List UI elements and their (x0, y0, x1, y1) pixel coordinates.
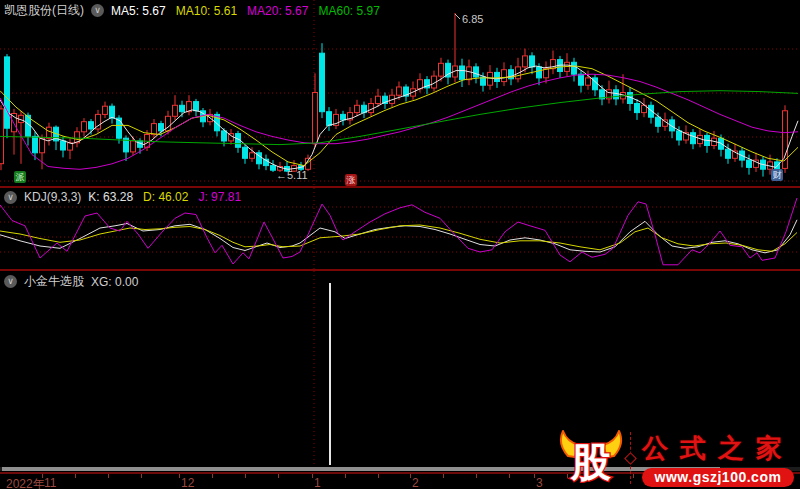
axis-tick (509, 474, 510, 478)
indicator-value-label: K: 63.28 (88, 190, 133, 204)
brand-name: 公式之家 (642, 431, 794, 466)
gszj-logo: 股 公式之家 www.gszj100.com (556, 427, 800, 489)
axis-tick (42, 474, 43, 478)
kdj-line-K (0, 220, 797, 253)
ma-line-MA10 (0, 66, 798, 166)
axis-tick (312, 474, 313, 478)
axis-tick (378, 474, 379, 478)
tdx-stock-app-window: 6.85←5.11 凯恩股份(日线) ∨ MA5: 5.67MA10: 5.61… (0, 0, 800, 489)
indicator-value-label: MA10: 5.61 (176, 4, 237, 18)
panel-separator (0, 269, 800, 271)
bull-stock-character: 股 (570, 440, 611, 485)
date-label: 12 (181, 476, 194, 489)
low-price-label: ←5.11 (276, 169, 308, 181)
date-label: 2 (412, 476, 419, 489)
signal-panel-header: ∨ 小金牛选股 XG: 0.00 (4, 273, 138, 290)
axis-tick (179, 474, 180, 478)
stock-title: 凯恩股份(日线) (4, 2, 84, 19)
panel-separator (0, 186, 800, 188)
main-chart-header: 凯恩股份(日线) ∨ MA5: 5.67MA10: 5.61MA20: 5.67… (4, 2, 390, 19)
axis-tick (108, 474, 109, 478)
kdj-title: KDJ(9,3,3) (24, 190, 81, 204)
indicator-value-label: D: 46.02 (143, 190, 188, 204)
bull-icon: 股 (556, 428, 628, 489)
date-label: 2022年 (6, 476, 45, 489)
axis-tick (245, 474, 246, 478)
indicator-collapse-icon[interactable]: ∨ (4, 191, 17, 204)
date-label: 3 (536, 476, 543, 489)
info-mine-badge[interactable]: 财 (771, 169, 783, 181)
axis-tick (345, 474, 346, 478)
kdj-value-labels: K: 63.28D: 46.02J: 97.81 (88, 190, 251, 204)
signal-value: XG: 0.00 (91, 275, 138, 289)
axis-tick (410, 474, 411, 478)
date-label: 11 (44, 476, 56, 489)
candles (0, 13, 788, 178)
brand-url: www.gszj100.com (642, 468, 794, 487)
indicator-collapse-icon[interactable]: ∨ (4, 275, 17, 288)
high-price-label: 6.85 (462, 13, 483, 25)
indicator-collapse-icon[interactable]: ∨ (91, 4, 104, 17)
indicator-value-label: MA20: 5.67 (247, 4, 308, 18)
info-mine-badge[interactable]: 涨 (345, 174, 357, 186)
info-mine-badge[interactable]: 派 (14, 171, 26, 183)
ma-line-MA5 (0, 65, 798, 169)
axis-tick (212, 474, 213, 478)
indicator-value-label: MA60: 5.97 (318, 4, 379, 18)
axis-tick (476, 474, 477, 478)
kdj-header: ∨ KDJ(9,3,3) K: 63.28D: 46.02J: 97.81 (4, 190, 251, 204)
axis-tick (278, 474, 279, 478)
kdj-line-J (0, 198, 797, 265)
ma-value-labels: MA5: 5.67MA10: 5.61MA20: 5.67MA60: 5.97 (111, 4, 390, 18)
date-label: 1 (314, 476, 321, 489)
main-candlestick-chart[interactable]: 6.85←5.11 (0, 0, 800, 186)
signal-title: 小金牛选股 (24, 273, 84, 290)
indicator-value-label: MA5: 5.67 (111, 4, 166, 18)
axis-tick (141, 474, 142, 478)
axis-tick (75, 474, 76, 478)
indicator-value-label: J: 97.81 (198, 190, 241, 204)
axis-tick (443, 474, 444, 478)
axis-tick (534, 474, 535, 478)
